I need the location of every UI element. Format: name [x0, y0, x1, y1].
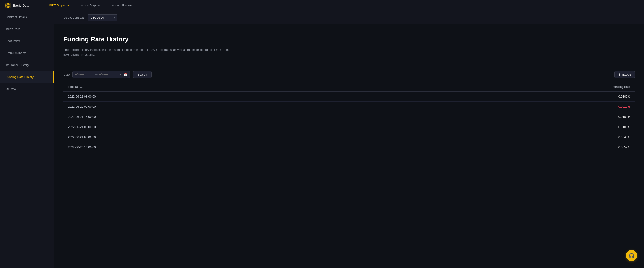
date-range-input: — ✕ 📅: [72, 71, 130, 78]
logo-icon: [4, 2, 11, 9]
table-row: 2022-06-20 16:00:000.0052%: [63, 142, 635, 152]
sidebar-item-index-price[interactable]: Index Price: [0, 23, 54, 35]
tab-inverse-futures[interactable]: Inverse Futures: [107, 1, 137, 10]
tab-usdt-perpetual[interactable]: USDT Perpetual: [43, 1, 74, 10]
export-label: Export: [622, 73, 631, 76]
cell-funding-rate: -0.0013%: [394, 102, 635, 112]
content-divider: [63, 64, 635, 64]
contract-selector-bar: Select Contract BTCUSDT ETHUSDT SOLUSDT …: [54, 11, 644, 25]
cell-funding-rate: 0.0100%: [394, 112, 635, 122]
date-to-input[interactable]: [99, 73, 117, 76]
contract-select[interactable]: BTCUSDT ETHUSDT SOLUSDT BNBUSDT: [88, 14, 118, 21]
sidebar-item-spot-index[interactable]: Spot Index: [0, 35, 54, 47]
table-row: 2022-06-21 08:00:000.0100%: [63, 122, 635, 132]
date-filter-label: Date: [63, 73, 70, 76]
export-button[interactable]: ⬆ Export: [614, 71, 635, 78]
cell-funding-rate: 0.0052%: [394, 142, 635, 152]
contract-selector-label: Select Contract: [63, 16, 84, 19]
table-row: 2022-06-22 08:00:000.0100%: [63, 91, 635, 102]
search-button[interactable]: Search: [133, 71, 151, 78]
col-header-funding-rate: Funding Rate: [394, 83, 635, 92]
table-row: 2022-06-21 00:00:000.0049%: [63, 132, 635, 142]
table-row: 2022-06-21 16:00:000.0100%: [63, 112, 635, 122]
cell-time: 2022-06-20 16:00:00: [63, 142, 394, 152]
filter-bar: Date — ✕ 📅 Search ⬆ Export: [63, 71, 635, 78]
sidebar-item-oi-data[interactable]: OI Data: [0, 83, 54, 95]
page-description: This funding history table shows the his…: [63, 48, 236, 57]
cell-time: 2022-06-21 00:00:00: [63, 132, 394, 142]
export-icon: ⬆: [618, 73, 621, 76]
main-content: Funding Rate History This funding histor…: [54, 24, 644, 268]
nav-tabs: USDT Perpetual Inverse Perpetual Inverse…: [43, 1, 137, 10]
cell-funding-rate: 0.0100%: [394, 122, 635, 132]
table-body: 2022-06-22 08:00:000.0100%2022-06-22 00:…: [63, 91, 635, 152]
cell-funding-rate: 0.0049%: [394, 132, 635, 142]
date-calendar-button[interactable]: 📅: [123, 73, 128, 76]
table-row: 2022-06-22 00:00:00-0.0013%: [63, 102, 635, 112]
funding-rate-table: Time (UTC) Funding Rate 2022-06-22 08:00…: [63, 83, 635, 152]
date-clear-button[interactable]: ✕: [118, 73, 122, 76]
sidebar-item-premium-index[interactable]: Premium Index: [0, 47, 54, 59]
table-header: Time (UTC) Funding Rate: [63, 83, 635, 92]
svg-rect-0: [5, 3, 10, 8]
top-navigation: Basic Data USDT Perpetual Inverse Perpet…: [0, 0, 644, 11]
tab-inverse-perpetual[interactable]: Inverse Perpetual: [74, 1, 107, 10]
sidebar-item-insurance-history[interactable]: Insurance History: [0, 59, 54, 71]
date-from-input[interactable]: [75, 73, 93, 76]
app-title: Basic Data: [13, 4, 30, 7]
cell-time: 2022-06-21 16:00:00: [63, 112, 394, 122]
logo-area: Basic Data: [4, 2, 30, 9]
sidebar: Contract Details Index Price Spot Index …: [0, 11, 54, 268]
date-separator: —: [95, 73, 98, 76]
page-title: Funding Rate History: [63, 36, 635, 43]
contract-select-wrapper: BTCUSDT ETHUSDT SOLUSDT BNBUSDT: [88, 14, 118, 21]
col-header-time: Time (UTC): [63, 83, 394, 92]
filter-right: ⬆ Export: [614, 71, 635, 78]
main-layout: Contract Details Index Price Spot Index …: [0, 11, 644, 268]
support-button[interactable]: 🎧: [626, 250, 637, 261]
cell-time: 2022-06-21 08:00:00: [63, 122, 394, 132]
support-icon: 🎧: [629, 253, 634, 258]
cell-funding-rate: 0.0100%: [394, 91, 635, 102]
sidebar-item-contract-details[interactable]: Contract Details: [0, 11, 54, 23]
sidebar-item-funding-rate-history[interactable]: Funding Rate History: [0, 71, 54, 83]
table-header-row: Time (UTC) Funding Rate: [63, 83, 635, 92]
filter-left: Date — ✕ 📅 Search: [63, 71, 152, 78]
cell-time: 2022-06-22 08:00:00: [63, 91, 394, 102]
cell-time: 2022-06-22 00:00:00: [63, 102, 394, 112]
